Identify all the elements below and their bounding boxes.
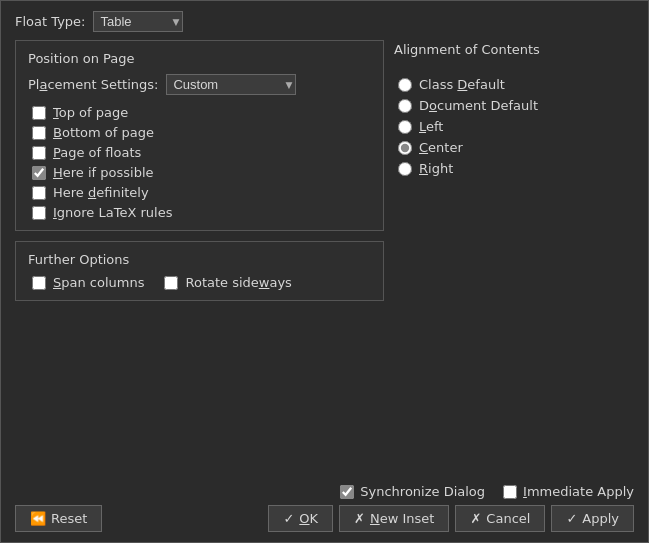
float-type-select[interactable]: Table Figure Algorithm (93, 11, 183, 32)
reset-icon: ⏪ (30, 511, 46, 526)
radio-left-label: Left (419, 119, 443, 134)
sync-row: Synchronize Dialog Immediate Apply (15, 484, 634, 499)
cancel-label: Cancel (486, 511, 530, 526)
placement-label: Placement Settings: (28, 77, 158, 92)
checkbox-here-definitely[interactable]: Here definitely (32, 185, 371, 200)
immediate-apply-checkbox[interactable] (503, 485, 517, 499)
placement-select-wrapper: Custom Default (166, 74, 296, 95)
right-panel: Alignment of Contents Class Default Docu… (394, 40, 634, 476)
reset-button[interactable]: ⏪ Reset (15, 505, 102, 532)
checkbox-here-possible[interactable]: Here if possible (32, 165, 371, 180)
radio-center-input[interactable] (398, 141, 412, 155)
checkbox-top-page[interactable]: Top of page (32, 105, 371, 120)
button-row: ⏪ Reset ✓ OK ✗ New Inset ✗ Cancel ✓ (15, 505, 634, 532)
cancel-icon: ✗ (470, 511, 481, 526)
cancel-button[interactable]: ✗ Cancel (455, 505, 545, 532)
float-type-select-wrapper: Table Figure Algorithm (93, 11, 183, 32)
checkbox-here-possible-input[interactable] (32, 166, 46, 180)
radio-center[interactable]: Center (398, 140, 634, 155)
radio-class-default-input[interactable] (398, 78, 412, 92)
checkbox-here-possible-label: Here if possible (53, 165, 154, 180)
action-buttons: ✓ OK ✗ New Inset ✗ Cancel ✓ Apply (268, 505, 634, 532)
new-inset-button[interactable]: ✗ New Inset (339, 505, 449, 532)
checkbox-bottom-page-input[interactable] (32, 126, 46, 140)
synchronize-item[interactable]: Synchronize Dialog (340, 484, 485, 499)
immediate-apply-label: Immediate Apply (523, 484, 634, 499)
main-content: Position on Page Placement Settings: Cus… (1, 40, 648, 476)
checkbox-ignore-latex-label: Ignore LaTeX rules (53, 205, 172, 220)
checkbox-span-columns-input[interactable] (32, 276, 46, 290)
checkbox-page-floats-input[interactable] (32, 146, 46, 160)
radio-right-label: Right (419, 161, 453, 176)
synchronize-checkbox[interactable] (340, 485, 354, 499)
dialog: Float Type: Table Figure Algorithm Posit… (0, 0, 649, 543)
float-type-row: Float Type: Table Figure Algorithm (1, 1, 648, 40)
radio-class-default-label: Class Default (419, 77, 505, 92)
ok-label: OK (299, 511, 318, 526)
checkbox-bottom-page-label: Bottom of page (53, 125, 154, 140)
ok-button[interactable]: ✓ OK (268, 505, 333, 532)
radio-center-label: Center (419, 140, 463, 155)
placement-checkboxes: Top of page Bottom of page Page of float… (28, 105, 371, 220)
checkbox-rotate-sideways-label: Rotate sideways (185, 275, 291, 290)
apply-icon: ✓ (566, 511, 577, 526)
position-on-page-title: Position on Page (28, 51, 371, 66)
position-on-page-box: Position on Page Placement Settings: Cus… (15, 40, 384, 231)
checkbox-rotate-sideways-input[interactable] (164, 276, 178, 290)
checkbox-bottom-page[interactable]: Bottom of page (32, 125, 371, 140)
checkbox-top-page-label: Top of page (53, 105, 128, 120)
further-options-title: Further Options (28, 252, 371, 267)
bottom-bar: Synchronize Dialog Immediate Apply ⏪ Res… (1, 476, 648, 542)
reset-label: Reset (51, 511, 87, 526)
checkbox-here-definitely-input[interactable] (32, 186, 46, 200)
alignment-radios: Class Default Document Default Left Cent… (394, 77, 634, 176)
checkbox-page-floats-label: Page of floats (53, 145, 141, 160)
immediate-apply-item[interactable]: Immediate Apply (503, 484, 634, 499)
synchronize-label: Synchronize Dialog (360, 484, 485, 499)
apply-button[interactable]: ✓ Apply (551, 505, 634, 532)
further-options-row: Span columns Rotate sideways (28, 275, 371, 290)
left-panel: Position on Page Placement Settings: Cus… (15, 40, 384, 476)
alignment-title: Alignment of Contents (394, 42, 634, 57)
checkbox-ignore-latex-input[interactable] (32, 206, 46, 220)
radio-right-input[interactable] (398, 162, 412, 176)
new-inset-icon: ✗ (354, 511, 365, 526)
radio-right[interactable]: Right (398, 161, 634, 176)
radio-document-default-label: Document Default (419, 98, 538, 113)
checkbox-page-floats[interactable]: Page of floats (32, 145, 371, 160)
further-options-box: Further Options Span columns Rotate side… (15, 241, 384, 301)
placement-row: Placement Settings: Custom Default (28, 74, 371, 95)
new-inset-label: New Inset (370, 511, 434, 526)
apply-label: Apply (582, 511, 619, 526)
placement-select[interactable]: Custom Default (166, 74, 296, 95)
radio-class-default[interactable]: Class Default (398, 77, 634, 92)
radio-document-default-input[interactable] (398, 99, 412, 113)
checkbox-top-page-input[interactable] (32, 106, 46, 120)
float-type-label: Float Type: (15, 14, 85, 29)
radio-document-default[interactable]: Document Default (398, 98, 634, 113)
checkbox-ignore-latex[interactable]: Ignore LaTeX rules (32, 205, 371, 220)
checkbox-span-columns[interactable]: Span columns (32, 275, 144, 290)
checkbox-here-definitely-label: Here definitely (53, 185, 149, 200)
ok-icon: ✓ (283, 511, 294, 526)
radio-left-input[interactable] (398, 120, 412, 134)
radio-left[interactable]: Left (398, 119, 634, 134)
checkbox-rotate-sideways[interactable]: Rotate sideways (164, 275, 291, 290)
checkbox-span-columns-label: Span columns (53, 275, 144, 290)
